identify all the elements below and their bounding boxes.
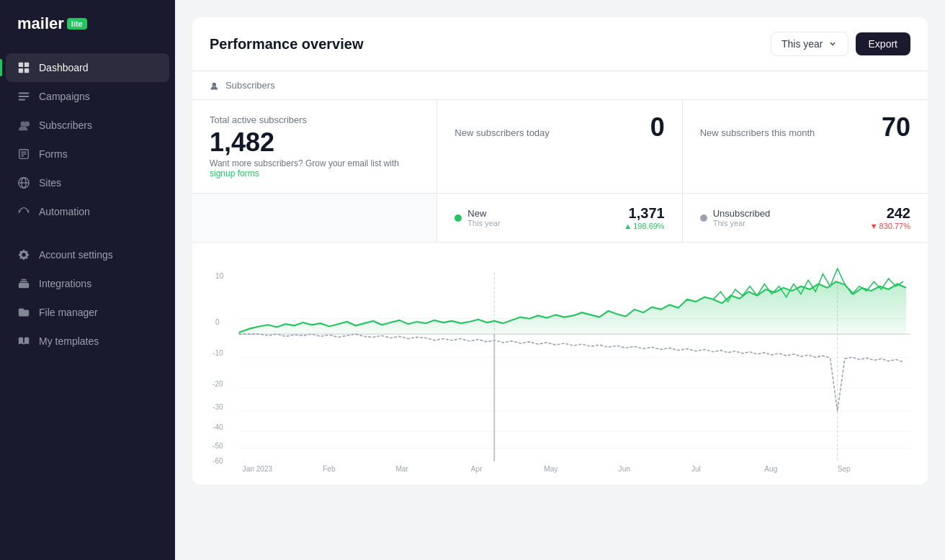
svg-text:Aug: Aug [764,465,777,473]
logo-text: mailer [17,14,64,33]
sidebar-item-my-templates-label: My templates [39,335,99,347]
new-month-main: New subscribers this month 70 [700,114,910,143]
sidebar-item-automation[interactable]: Automation [6,197,169,226]
total-active-label: Total active subscribers [210,114,419,125]
main-content: Performance overview This year Export Su… [175,0,945,560]
svg-text:10: 10 [215,272,223,280]
svg-text:-60: -60 [212,457,223,465]
settings-icon [17,248,30,261]
substat-unsub-right: 242 ▼ 830.77% [870,205,910,230]
substat-empty [192,194,437,242]
new-today-value: 0 [650,114,665,140]
campaigns-icon [17,90,30,103]
svg-text:-50: -50 [212,441,223,449]
automation-icon [17,205,30,218]
card-header: Performance overview This year Export [192,17,928,71]
section-label-text: Subscribers [225,80,275,91]
period-button-label: This year [781,38,823,50]
svg-text:May: May [544,465,558,473]
sidebar-item-subscribers[interactable]: Subscribers [6,111,169,140]
substat-unsub-label: Unsubscribed [713,208,771,219]
sidebar-item-sites-label: Sites [39,177,61,189]
new-dot [454,214,462,222]
sidebar-item-account-settings-label: Account settings [39,249,113,261]
sidebar-item-subscribers-label: Subscribers [39,119,92,131]
sidebar-item-dashboard-label: Dashboard [39,62,89,73]
svg-text:Jun: Jun [619,465,631,473]
performance-chart: 10 0 -10 -20 -30 -40 -50 -60 [210,257,910,473]
sidebar-item-account-settings[interactable]: Account settings [6,240,169,269]
svg-text:Apr: Apr [471,465,483,473]
subscribers-section-icon [210,81,220,91]
unsub-dot [700,214,707,222]
svg-rect-1 [24,63,29,67]
my-templates-icon [17,335,30,348]
substat-unsubscribed: Unsubscribed This year 242 ▼ 830.77% [683,194,928,242]
substat-new-text: New This year [467,208,500,227]
sidebar-item-campaigns[interactable]: Campaigns [6,82,169,111]
svg-text:0: 0 [215,318,220,326]
svg-text:Jan 2023: Jan 2023 [243,465,273,473]
stats-row: Total active subscribers 1,482 Want more… [192,100,928,194]
sidebar-nav: Dashboard Campaigns Subscribers Forms [0,53,175,560]
export-button[interactable]: Export [856,32,910,55]
svg-rect-2 [19,68,23,73]
sidebar-item-sites[interactable]: Sites [6,168,169,197]
substat-unsub-value: 242 [870,205,910,222]
svg-text:Sep: Sep [838,465,851,473]
sidebar-item-integrations-label: Integrations [39,278,91,289]
substat-unsub-period: This year [713,219,771,227]
substat-unsub-text: Unsubscribed This year [713,208,771,227]
svg-text:Jul: Jul [691,465,701,473]
svg-text:-20: -20 [212,380,223,388]
sites-icon [17,176,30,189]
stat-new-month: New subscribers this month 70 [683,100,928,193]
chart-area: 10 0 -10 -20 -30 -40 -50 -60 [192,243,928,484]
substat-new-value: 1,371 [624,205,664,222]
sidebar-item-automation-label: Automation [39,206,90,217]
svg-rect-3 [24,68,29,73]
sidebar-item-forms-label: Forms [39,148,68,160]
stat-total-active: Total active subscribers 1,482 Want more… [192,100,437,193]
section-label: Subscribers [192,71,928,100]
substat-new-period: This year [467,219,500,227]
svg-rect-0 [19,63,23,67]
svg-text:Feb: Feb [323,465,336,473]
forms-icon [17,148,30,161]
subscribers-icon [17,119,30,132]
svg-text:-40: -40 [212,423,223,431]
integrations-icon [17,277,30,290]
new-month-value: 70 [882,114,910,140]
svg-text:Mar: Mar [395,465,408,473]
sidebar-item-campaigns-label: Campaigns [39,91,90,102]
svg-text:-10: -10 [212,349,223,357]
sidebar-item-file-manager[interactable]: File manager [6,298,169,327]
period-button[interactable]: This year [771,32,848,56]
substat-new: New This year 1,371 ▲ 198.69% [437,194,682,242]
sidebar-item-file-manager-label: File manager [39,307,98,318]
signup-forms-link[interactable]: signup forms [210,168,259,179]
substat-new-left: New This year [454,208,500,227]
substat-unsub-left: Unsubscribed This year [700,208,771,227]
sidebar-item-integrations[interactable]: Integrations [6,269,169,298]
header-actions: This year Export [771,32,910,56]
sidebar: mailer lite Dashboard Campaigns Subscrib… [0,0,175,560]
sidebar-item-my-templates[interactable]: My templates [6,327,169,356]
dashboard-icon [17,61,30,74]
chevron-down-icon [828,39,838,49]
sidebar-item-dashboard[interactable]: Dashboard [6,53,169,82]
logo-badge: lite [67,18,87,30]
page-title: Performance overview [210,36,363,53]
new-today-label: New subscribers today [454,127,550,138]
substats-row: New This year 1,371 ▲ 198.69% [192,194,928,243]
arrow-up-icon: ▲ [624,222,632,230]
performance-overview-card: Performance overview This year Export Su… [192,17,928,484]
sidebar-item-forms[interactable]: Forms [6,140,169,168]
total-active-value: 1,482 [210,130,419,155]
substat-new-right: 1,371 ▲ 198.69% [624,205,664,230]
substat-new-label: New [467,208,500,219]
file-manager-icon [17,306,30,319]
logo-area: mailer lite [0,0,175,53]
total-active-subtext: Want more subscribers? Grow your email l… [210,158,419,179]
stat-new-today: New subscribers today 0 [437,100,682,193]
